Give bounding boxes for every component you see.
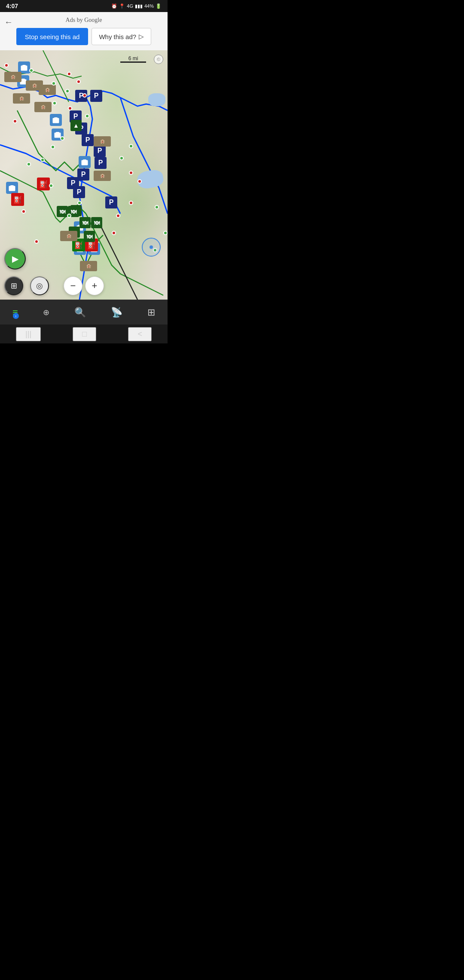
point-green-7 (51, 145, 55, 149)
lodging-marker-9[interactable]: 🏨 (94, 171, 111, 181)
point-red-9 (129, 201, 133, 205)
nav-item-signal[interactable]: 📡 (111, 307, 122, 318)
point-green-10 (49, 184, 53, 188)
water-body-2 (148, 93, 165, 106)
home-button[interactable]: □ (73, 327, 96, 341)
status-bar: 4:07 ⏰ 📍 4G ▮▮▮ 44% 🔋 (0, 0, 168, 12)
network-icon: 4G (127, 3, 133, 9)
nav-item-menu[interactable]: ≡ i (12, 307, 18, 318)
lodging-marker-5[interactable]: 🏨 (34, 102, 52, 112)
bottom-navigation: ≡ i ⊕ 🔍 📡 ⊞ (0, 300, 168, 325)
ad-back-button[interactable]: ← (4, 17, 13, 27)
camera-marker-3[interactable] (50, 114, 62, 126)
point-green-8 (40, 158, 45, 162)
back-button[interactable]: < (128, 327, 152, 341)
point-red-11 (112, 231, 116, 235)
point-red-4 (82, 93, 87, 98)
point-red-13 (34, 239, 39, 244)
location-dot (150, 245, 153, 249)
point-green-4 (52, 101, 57, 105)
status-time: 4:07 (6, 3, 18, 9)
battery-icon: ▮▮▮ (135, 3, 143, 9)
lodging-marker-7[interactable]: 🏨 (80, 261, 97, 271)
lodging-marker-8[interactable]: 🏨 (94, 136, 111, 147)
lodging-marker-6[interactable]: 🏨 (60, 231, 77, 241)
copyright-button[interactable]: © (154, 55, 163, 64)
ad-banner: ← Ads by Google Stop seeing this ad Why … (0, 12, 168, 50)
play-icon: ▶ (12, 254, 18, 264)
why-ad-arrow-icon: ▷ (139, 33, 144, 40)
point-green-16 (77, 201, 82, 205)
compass-icon: ⊕ (43, 308, 49, 317)
fuel-marker-red-1[interactable]: ⛽ (37, 178, 50, 190)
point-green-1 (29, 68, 34, 73)
ad-buttons-row: Stop seeing this ad Why this ad? ▷ (16, 28, 151, 45)
point-green-14 (163, 231, 168, 235)
point-green-2 (52, 81, 56, 86)
point-red-1 (4, 63, 9, 67)
parking-marker-8[interactable]: P (77, 168, 89, 181)
status-icons: ⏰ 📍 4G ▮▮▮ 44% 🔋 (111, 3, 162, 9)
point-green-17 (67, 214, 71, 218)
battery-percent: 44% (144, 3, 154, 9)
point-green-3 (65, 89, 70, 93)
point-red-10 (116, 214, 120, 218)
point-green-9 (27, 162, 31, 166)
point-green-6 (60, 136, 64, 141)
point-green-13 (155, 205, 159, 209)
recents-button[interactable]: ||| (16, 327, 41, 341)
zoom-out-button[interactable]: − (64, 276, 82, 295)
fuel-marker-red-2[interactable]: ⛽ (11, 193, 24, 206)
parking-marker-6[interactable]: P (94, 145, 106, 157)
parking-marker-10[interactable]: P (73, 186, 85, 198)
stop-seeing-ad-button[interactable]: Stop seeing this ad (16, 28, 89, 45)
camping-marker-1[interactable]: ▲ (70, 120, 82, 131)
food-marker-3[interactable]: 🍽 (79, 217, 91, 228)
parking-marker-5[interactable]: P (82, 134, 94, 146)
play-route-button[interactable]: ▶ (4, 248, 26, 270)
lodging-marker-4[interactable]: 🏨 (39, 85, 56, 95)
food-marker-4[interactable]: 🍽 (91, 217, 102, 228)
battery-icon: 🔋 (156, 3, 162, 9)
point-green-5 (85, 114, 89, 118)
nav-item-layers[interactable]: ⊞ (147, 307, 155, 318)
point-red-5 (68, 106, 72, 110)
location-accuracy-circle (142, 238, 161, 257)
alarm-icon: ⏰ (111, 3, 117, 9)
point-green-12 (119, 156, 124, 160)
ads-by-google-label: Ads by Google (66, 16, 102, 24)
search-nav-icon: 🔍 (74, 307, 86, 318)
point-red-7 (129, 171, 133, 175)
lodging-marker-3[interactable]: 🏨 (13, 93, 30, 104)
point-red-12 (21, 209, 26, 214)
food-marker-1[interactable]: 🍽 (57, 206, 68, 217)
point-red-8 (137, 179, 142, 184)
menu-badge: i (13, 313, 19, 319)
parking-marker-2[interactable]: P (90, 90, 102, 102)
zoom-controls: − + (0, 276, 168, 295)
camera-marker-6[interactable] (6, 182, 18, 194)
location-pin-icon: 📍 (119, 3, 125, 9)
nav-item-search[interactable]: 🔍 (74, 307, 86, 318)
point-red-6 (13, 119, 17, 123)
recents-icon: ||| (25, 330, 31, 338)
lodging-marker-1[interactable]: 🏨 (4, 72, 21, 82)
zoom-in-button[interactable]: + (85, 276, 104, 295)
map-container[interactable]: 6 mi © P P P P P P P P P P P ▲ ▲ ▲ ⛽ ⛽ ⛽ (0, 50, 168, 300)
parking-marker-7[interactable]: P (95, 157, 107, 169)
layers-nav-icon: ⊞ (147, 307, 155, 318)
scale-bar (120, 61, 146, 63)
point-green-11 (129, 144, 133, 148)
point-red-2 (67, 72, 71, 76)
map-scale: 6 mi (120, 55, 146, 63)
food-marker-5[interactable]: 🍽 (84, 231, 95, 242)
why-this-ad-button[interactable]: Why this ad? ▷ (92, 28, 151, 45)
point-red-3 (76, 80, 81, 84)
scale-label: 6 mi (128, 55, 138, 61)
signal-icon: 📡 (111, 307, 122, 318)
parking-marker-11[interactable]: P (105, 196, 117, 208)
camera-marker-5[interactable] (79, 156, 91, 168)
nav-item-compass[interactable]: ⊕ (43, 308, 49, 317)
back-icon: < (137, 330, 142, 338)
system-navigation: ||| □ < (0, 325, 168, 343)
